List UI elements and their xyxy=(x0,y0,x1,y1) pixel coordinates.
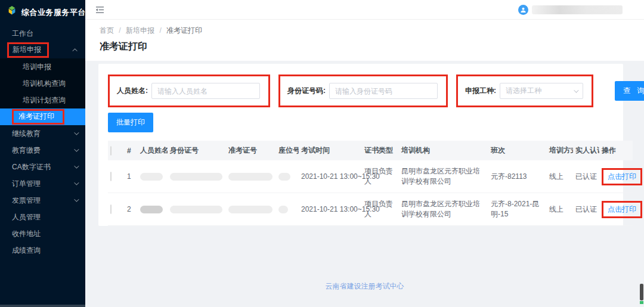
user-avatar-icon xyxy=(518,5,528,15)
sidebar-item-org-query[interactable]: 培训机构查询 xyxy=(0,75,85,92)
col-action: 操作 xyxy=(599,141,633,160)
topbar xyxy=(85,0,644,20)
col-seat: 座位号 xyxy=(276,141,299,160)
col-verify: 实人认证 xyxy=(573,141,599,160)
sidebar-group-invoices[interactable]: 发票管理 xyxy=(0,192,85,209)
sidebar-item-label: 人员管理 xyxy=(12,212,41,222)
job-type-select[interactable]: 请选择工种 xyxy=(500,83,583,99)
sidebar-item-score-query[interactable]: 成绩查询 xyxy=(0,242,85,259)
sidebar-item-label: 继续教育 xyxy=(12,129,41,139)
cell-class: 元齐-82113 xyxy=(488,160,547,193)
sidebar-item-label: 培训申报 xyxy=(23,62,51,72)
brand: 综合业务服务平台 xyxy=(0,0,85,25)
col-org: 培训机构 xyxy=(399,141,488,160)
cell-cert-type: 项目负责人 xyxy=(362,193,399,226)
sidebar-item-training-apply[interactable]: 培训申报 xyxy=(0,58,85,75)
annotation-box-name-filter: 人员姓名: xyxy=(108,75,270,107)
col-class: 班次 xyxy=(488,141,547,160)
id-filter-input[interactable] xyxy=(329,83,438,99)
sidebar-item-plan-query[interactable]: 培训计划查询 xyxy=(0,92,85,108)
table-row: 2 2021-10-21 13:00~15:30 项目负责人 昆明市盘龙区元齐职… xyxy=(108,193,633,226)
sidebar-nav: 工作台 新培申报 培训申报 培训机构查询 培训计划查询 xyxy=(0,25,85,259)
col-cert-type: 证书类型 xyxy=(362,141,399,160)
sidebar-group-orders[interactable]: 订单管理 xyxy=(0,175,85,192)
row-checkbox[interactable] xyxy=(110,172,112,181)
scrollbar-tip xyxy=(640,301,643,304)
col-method: 培训方式 xyxy=(547,141,573,160)
scrollbar[interactable] xyxy=(640,284,643,304)
annotation-box: 准考证打印 xyxy=(12,109,64,125)
sidebar-item-personnel[interactable]: 人员管理 xyxy=(0,209,85,225)
table-row: 1 2021-10-21 13:00~15:30 项目负责人 昆明市盘龙区元齐职… xyxy=(108,160,633,193)
sidebar-item-label: 订单管理 xyxy=(12,179,41,189)
sidebar-item-label: 发票管理 xyxy=(12,196,41,206)
sidebar-group-ca-cert[interactable]: CA数字证书 xyxy=(0,159,85,175)
sidebar-group-new-training[interactable]: 新培申报 xyxy=(0,42,85,58)
select-all-checkbox[interactable] xyxy=(110,146,112,156)
results-card: 人员姓名: 身份证号码: 申报工种: 请选择工种 查 询 xyxy=(98,64,623,226)
chevron-down-icon xyxy=(74,180,79,185)
sidebar-item-label: 准考证打印 xyxy=(18,112,54,120)
sidebar-item-ticket-print[interactable]: 准考证打印 xyxy=(0,108,85,125)
redacted-id-number xyxy=(170,206,222,213)
table-header-row: # 人员姓名 身份证号 准考证号 座位号 考试时间 证书类型 培训机构 班次 培… xyxy=(108,141,633,160)
menu-fold-icon[interactable] xyxy=(95,5,104,14)
chevron-up-icon xyxy=(72,48,77,53)
sidebar-item-label: 收件地址 xyxy=(12,229,41,239)
annotation-box: 新培申报 xyxy=(7,42,49,58)
breadcrumb-home[interactable]: 首页 xyxy=(100,26,114,35)
col-exam-time: 考试时间 xyxy=(299,141,362,160)
chevron-down-icon xyxy=(74,130,79,135)
username-redacted xyxy=(532,5,623,14)
breadcrumb-section[interactable]: 新培申报 xyxy=(126,26,154,35)
scrollbar-thumb[interactable] xyxy=(640,284,643,300)
search-button[interactable]: 查 询 xyxy=(615,81,644,101)
brand-title: 综合业务服务平台 xyxy=(21,7,86,18)
cell-exam-time: 2021-10-21 13:00~15:30 xyxy=(299,160,362,193)
cell-verify: 已认证 xyxy=(573,160,599,193)
sidebar-item-label: 教育缴费 xyxy=(12,145,41,156)
page-header: 首页 / 新培申报 / 准考证打印 准考证打印 xyxy=(85,20,644,61)
batch-print-button[interactable]: 批量打印 xyxy=(108,113,153,132)
cell-org: 昆明市盘龙区元齐职业培训学校有限公司 xyxy=(399,193,488,226)
sidebar-group-continuing-edu[interactable]: 继续教育 xyxy=(0,125,85,142)
results-table: # 人员姓名 身份证号 准考证号 座位号 考试时间 证书类型 培训机构 班次 培… xyxy=(108,141,633,226)
print-link[interactable]: 点击打印 xyxy=(608,172,636,181)
chevron-down-icon xyxy=(74,197,79,201)
cell-index: 2 xyxy=(125,193,138,226)
sidebar-item-label: 工作台 xyxy=(12,29,33,39)
sidebar-group-edu-payment[interactable]: 教育缴费 xyxy=(0,142,85,159)
main-area: 首页 / 新培申报 / 准考证打印 准考证打印 人员姓名: 身份证号码: xyxy=(85,0,644,307)
redacted-id-number xyxy=(170,173,222,181)
breadcrumb-current: 准考证打印 xyxy=(166,26,202,35)
cell-org: 昆明市盘龙区元齐职业培训学校有限公司 xyxy=(399,160,488,193)
sidebar: 综合业务服务平台 工作台 新培申报 培训申报 培训机构查询 培训计划查 xyxy=(0,0,85,307)
id-filter-label: 身份证号码: xyxy=(287,86,326,96)
print-link[interactable]: 点击打印 xyxy=(608,205,636,213)
row-checkbox[interactable] xyxy=(110,204,112,214)
redacted-name xyxy=(140,206,163,213)
breadcrumb: 首页 / 新培申报 / 准考证打印 xyxy=(100,26,630,36)
sidebar-submenu: 培训申报 培训机构查询 培训计划查询 准考证打印 xyxy=(0,58,85,125)
col-name: 人员姓名 xyxy=(138,141,168,160)
redacted-ticket-number xyxy=(228,206,273,213)
page-title: 准考证打印 xyxy=(100,41,630,53)
chevron-down-icon xyxy=(74,163,79,168)
cell-index: 1 xyxy=(125,160,138,193)
breadcrumb-separator: / xyxy=(159,26,161,35)
filter-bar: 人员姓名: 身份证号码: 申报工种: 请选择工种 查 询 xyxy=(108,75,614,107)
annotation-box: 点击打印 xyxy=(602,201,642,218)
brand-logo-icon xyxy=(7,6,17,19)
redacted-name xyxy=(140,173,163,181)
col-ticket-number: 准考证号 xyxy=(226,141,276,160)
footer-text: 云南省建设注册考试中心 xyxy=(85,281,644,292)
sidebar-item-workbench[interactable]: 工作台 xyxy=(0,25,85,42)
name-filter-input[interactable] xyxy=(151,83,260,99)
cell-method: 线上 xyxy=(547,193,573,226)
user-menu[interactable] xyxy=(518,5,623,15)
sidebar-item-address[interactable]: 收件地址 xyxy=(0,225,85,242)
redacted-ticket-number xyxy=(228,173,273,181)
app-window: 综合业务服务平台 工作台 新培申报 培训申报 培训机构查询 培训计划查 xyxy=(0,0,644,307)
job-filter-label: 申报工种: xyxy=(465,86,496,96)
sidebar-item-label: 成绩查询 xyxy=(12,246,41,256)
